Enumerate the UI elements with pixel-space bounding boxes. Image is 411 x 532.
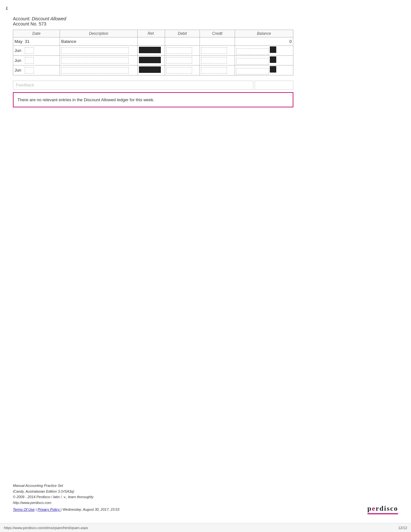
balance-input-3[interactable] [236,68,269,74]
debit-cell-2 [165,55,200,65]
col-header-credit: Credit [200,30,235,37]
ref-cell-2 [138,55,165,65]
balance-cell-2 [235,55,293,65]
browser-url: https://www.perdisco.com/elms/qsam/html/… [4,526,88,530]
ledger-table-wrapper: Date Description Ref. Debit Credit Balan… [13,30,293,75]
table-row: Jun [13,55,293,65]
desc-input-3[interactable] [61,67,129,74]
feedback-message-box: There are no relevant entries in the Dis… [13,92,293,107]
ref-cell-1 [138,46,165,56]
account-name: Discount Allowed [32,16,66,21]
desc-cell-3 [60,65,137,75]
desc-cell-2 [60,55,137,65]
browser-bar: https://www.perdisco.com/elms/qsam/html/… [0,523,411,532]
footer-line1: Manual Accounting Practice Set [13,483,398,489]
footer-line2: iCandy, Australasian Edition 3 (VSA3q) [13,489,398,495]
ref-cell-balance [138,37,165,46]
day-input-2[interactable] [25,57,34,64]
table-row-balance: May 31 Balance 0 [13,37,293,46]
account-label: Account: [13,16,30,21]
month-label-1: Jun [15,48,24,53]
balance-input-2[interactable] [236,58,269,64]
footer-line3: © 2009 - 2014 Perdisco / latin /. v., le… [13,494,398,500]
perdisco-logo: perdisco [367,504,398,514]
terms-of-use-link[interactable]: Terms Of Use [13,507,34,511]
col-header-ref: Ref. [138,30,165,37]
feedback-section: Feedback There are no relevant entries i… [13,81,293,107]
balance-input-1[interactable] [236,48,269,55]
balance-dark-2 [270,56,276,63]
credit-input-1[interactable] [201,47,227,54]
date-cell-balance: May 31 [13,37,60,46]
credit-cell-1 [200,46,235,56]
footer-line4: http://www.perdisco.com [13,500,398,506]
desc-cell-balance: Balance [60,37,137,46]
col-header-debit: Debit [165,30,200,37]
perdisco-logo-text: perdisco [367,504,398,512]
debit-cell-balance [165,37,200,46]
account-no: Account No. 573 [13,21,398,26]
date-cell-2: Jun [13,55,60,65]
feedback-label-bar: Feedback [13,81,253,90]
balance-dark-1 [270,46,276,53]
feedback-label-text: Feedback [16,83,34,87]
ref-dark-2 [139,57,161,63]
feedback-row: Feedback [13,81,293,90]
account-header: Account: Discount Allowed Account No. 57… [13,16,398,26]
day-label: 31 [25,39,29,44]
browser-page-ref: 12/12 [398,526,407,530]
footer-datetime: Wednesday, August 30, 2017, 23:53 [63,507,120,511]
ledger-table: Date Description Ref. Debit Credit Balan… [13,30,293,75]
day-input-1[interactable] [25,47,34,54]
feedback-message: There are no relevant entries in the Dis… [17,97,154,102]
balance-cell-1 [235,46,293,56]
credit-cell-2 [200,55,235,65]
feedback-right-box [255,81,293,90]
debit-cell-1 [165,46,200,56]
day-input-3[interactable] [25,67,34,74]
page-number-left: £ [6,6,8,11]
ref-cell-3 [138,65,165,75]
date-cell-1: Jun [13,46,60,56]
ref-dark-3 [139,66,161,73]
month-label: May [15,39,24,44]
debit-input-1[interactable] [166,47,192,54]
account-title: Account: Discount Allowed [13,16,398,21]
credit-cell-balance [200,37,235,46]
col-header-balance: Balance [235,30,293,37]
credit-input-3[interactable] [201,67,227,74]
ref-dark-1 [139,47,161,53]
balance-cell-balance: 0 [235,37,293,46]
footer: Manual Accounting Practice Set iCandy, A… [13,483,398,513]
date-cell-3: Jun [13,65,60,75]
balance-dark-3 [270,66,276,73]
footer-text: Manual Accounting Practice Set iCandy, A… [13,483,398,513]
debit-input-3[interactable] [166,67,192,74]
desc-input-1[interactable] [61,47,129,54]
privacy-policy-link[interactable]: Privacy Policy [37,507,61,511]
debit-input-2[interactable] [166,57,192,64]
desc-input-2[interactable] [61,57,129,64]
col-header-description: Description [60,30,137,37]
month-label-3: Jun [15,68,24,73]
credit-input-2[interactable] [201,57,227,64]
footer-bottom: Terms Of Use | Privacy Policy | Wednesda… [13,507,398,513]
debit-cell-3 [165,65,200,75]
credit-cell-3 [200,65,235,75]
table-row: Jun [13,65,293,75]
col-header-date: Date [13,30,60,37]
table-row: Jun [13,46,293,56]
balance-cell-3 [235,65,293,75]
desc-cell-1 [60,46,137,56]
month-label-2: Jun [15,58,24,63]
